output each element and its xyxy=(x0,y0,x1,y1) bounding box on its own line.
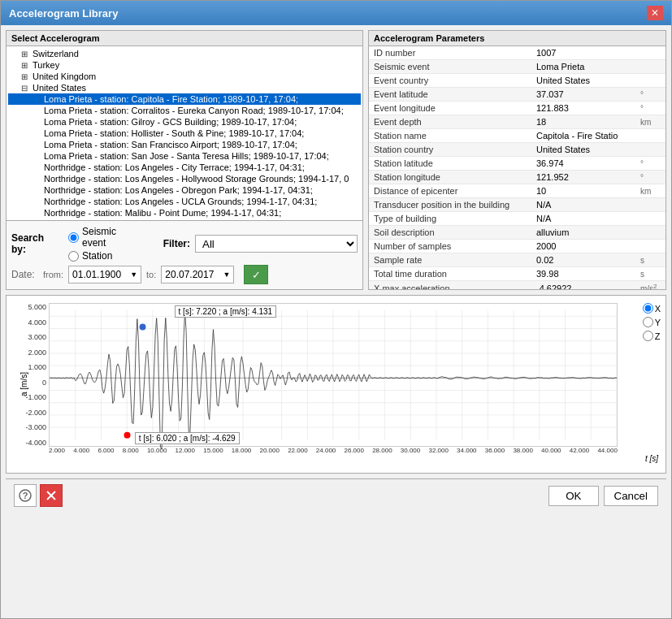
title-bar: Accelerogram Library ✕ xyxy=(1,1,671,25)
help-button[interactable]: ? xyxy=(14,484,37,507)
tooltip-dot-bottom xyxy=(124,432,131,439)
tree-item-label: Loma Prieta - station: San Francisco Air… xyxy=(44,140,297,149)
param-name: Station country xyxy=(369,143,531,157)
top-section: Select Accelerogram ⊞Switzerland⊞Turkey⊞… xyxy=(6,30,666,290)
param-unit xyxy=(635,74,665,88)
x-tick: 32.000 xyxy=(428,447,448,454)
radio-station-input[interactable] xyxy=(68,251,79,262)
main-content: Select Accelerogram ⊞Switzerland⊞Turkey⊞… xyxy=(1,25,671,618)
param-name: Event latitude xyxy=(369,88,531,102)
tree-container[interactable]: ⊞Switzerland⊞Turkey⊞United Kingdom⊟Unite… xyxy=(7,46,362,220)
y-tick: 3.000 xyxy=(28,333,46,341)
x-tick: 34.000 xyxy=(457,447,476,454)
param-unit xyxy=(635,198,665,212)
radio-y[interactable]: Y xyxy=(643,317,661,327)
param-row: Soil descriptionalluvium xyxy=(369,226,665,240)
param-value: 2000 xyxy=(531,240,635,253)
right-panel: Accelerogram Parameters ID number1007Sei… xyxy=(368,30,666,290)
date-from-dropdown-icon[interactable]: ▼ xyxy=(130,271,137,279)
delete-icon xyxy=(46,490,57,501)
param-unit xyxy=(635,129,665,143)
tree-item-nr_la_city[interactable]: Northridge - station: Los Angeles - City… xyxy=(8,162,361,173)
x-tick: 15.000 xyxy=(203,447,223,454)
param-row: Station countryUnited States xyxy=(369,143,665,157)
param-value: United States xyxy=(531,74,635,88)
x-tick: 28.000 xyxy=(372,447,392,454)
tree-item-lp_capitola[interactable]: Loma Prieta - station: Capitola - Fire S… xyxy=(8,93,361,105)
radio-y-input[interactable] xyxy=(643,317,653,327)
x-tick: 36.000 xyxy=(485,447,505,454)
x-tick: 4.000 xyxy=(73,447,89,454)
param-value: 121.952 xyxy=(531,171,635,184)
date-to-dropdown-icon[interactable]: ▼ xyxy=(223,271,230,279)
date-to-input[interactable]: 20.07.2017 ▼ xyxy=(161,266,234,284)
param-unit: s xyxy=(635,267,665,281)
tree-item-label: Loma Prieta - station: Hollister - South… xyxy=(44,128,304,138)
date-from-value: 01.01.1900 xyxy=(72,269,121,280)
param-name: X max acceleration xyxy=(369,281,531,290)
cancel-button[interactable]: Cancel xyxy=(604,486,659,506)
search-row: Search by: Seismic event Station xyxy=(11,226,358,262)
param-name: Soil description xyxy=(369,226,531,240)
y-tick: 5.000 xyxy=(28,303,46,311)
filter-section: Filter: All X Y Z xyxy=(163,235,358,253)
param-name: Type of building xyxy=(369,212,531,226)
radio-z-input[interactable] xyxy=(643,331,653,341)
param-name: Distance of epicenter xyxy=(369,184,531,198)
left-panel-title: Select Accelerogram xyxy=(7,31,362,46)
tree-item-lp_hollister[interactable]: Loma Prieta - station: Hollister - South… xyxy=(8,128,361,139)
radio-station[interactable]: Station xyxy=(68,250,139,262)
tree-item-lp_gilroy[interactable]: Loma Prieta - station: Gilroy - GCS Buil… xyxy=(8,116,361,128)
param-unit xyxy=(635,240,665,253)
x-tick: 2.000 xyxy=(49,447,65,454)
radio-seismic-event[interactable]: Seismic event xyxy=(68,226,139,249)
tree-item-label: Loma Prieta - station: Corralitos - Eure… xyxy=(44,106,344,115)
param-value: 10 xyxy=(531,184,635,198)
radio-seismic-event-input[interactable] xyxy=(68,232,79,243)
tree-item-label: United Kingdom xyxy=(33,71,96,81)
close-button[interactable]: ✕ xyxy=(647,6,663,20)
radio-z[interactable]: Z xyxy=(643,331,661,341)
x-tick: 42.000 xyxy=(570,447,589,454)
param-value: N/A xyxy=(531,212,635,226)
param-name: Station name xyxy=(369,129,531,143)
tree-item-united_kingdom[interactable]: ⊞United Kingdom xyxy=(8,71,361,82)
param-value: 36.974 xyxy=(531,157,635,171)
x-tick: 20.000 xyxy=(260,447,280,454)
from-label: from: xyxy=(43,270,63,279)
x-tick: 18.000 xyxy=(232,447,251,454)
ok-button[interactable]: OK xyxy=(548,486,598,506)
tree-item-nr_la_ucla[interactable]: Northridge - station: Los Angeles - UCLA… xyxy=(8,196,361,207)
param-row: Transducer position in the buildingN/A xyxy=(369,198,665,212)
radio-x-input[interactable] xyxy=(643,303,653,314)
chart-section: a [m/s] t [s]: 7.220 ; a [m/s]: 4.131 t … xyxy=(6,295,666,474)
tree-item-lp_sanjose[interactable]: Loma Prieta - station: San Jose - Santa … xyxy=(8,150,361,162)
param-unit: ° xyxy=(635,171,665,184)
param-value: 0.02 xyxy=(531,253,635,267)
tree-item-nr_la_holl[interactable]: Northridge - station: Los Angeles - Holl… xyxy=(8,173,361,184)
tree-item-label: Northridge - station: Los Angeles - Obre… xyxy=(44,185,313,195)
param-row: X max acceleration-4.62922m/s2 xyxy=(369,281,665,290)
tree-item-lp_corralitos[interactable]: Loma Prieta - station: Corralitos - Eure… xyxy=(8,105,361,116)
filter-select[interactable]: All X Y Z xyxy=(195,235,358,253)
tree-item-nr_malibu[interactable]: Northridge - station: Malibu - Point Dum… xyxy=(8,207,361,219)
apply-filter-button[interactable]: ✓ xyxy=(244,265,268,284)
date-label: Date: xyxy=(11,269,40,280)
x-tick: 8.000 xyxy=(123,447,139,454)
tree-item-switzerland[interactable]: ⊞Switzerland xyxy=(8,48,361,59)
param-value: 18 xyxy=(531,115,635,129)
param-value: 121.883 xyxy=(531,102,635,115)
date-to-value: 20.07.2017 xyxy=(165,269,214,280)
radio-x[interactable]: X xyxy=(643,303,661,314)
tree-item-nr_la_ob[interactable]: Northridge - station: Los Angeles - Obre… xyxy=(8,184,361,196)
tree-item-lp_sfo[interactable]: Loma Prieta - station: San Francisco Air… xyxy=(8,139,361,150)
tooltip-dot-top xyxy=(140,324,146,331)
param-value: 1007 xyxy=(531,46,635,60)
right-panel-title: Accelerogram Parameters xyxy=(369,31,665,46)
param-unit: km xyxy=(635,184,665,198)
delete-button[interactable] xyxy=(40,484,63,507)
tree-item-united_states[interactable]: ⊟United States xyxy=(8,82,361,93)
date-from-input[interactable]: 01.01.1900 ▼ xyxy=(68,266,141,284)
tree-item-turkey[interactable]: ⊞Turkey xyxy=(8,59,361,71)
param-name: Sample rate xyxy=(369,253,531,267)
